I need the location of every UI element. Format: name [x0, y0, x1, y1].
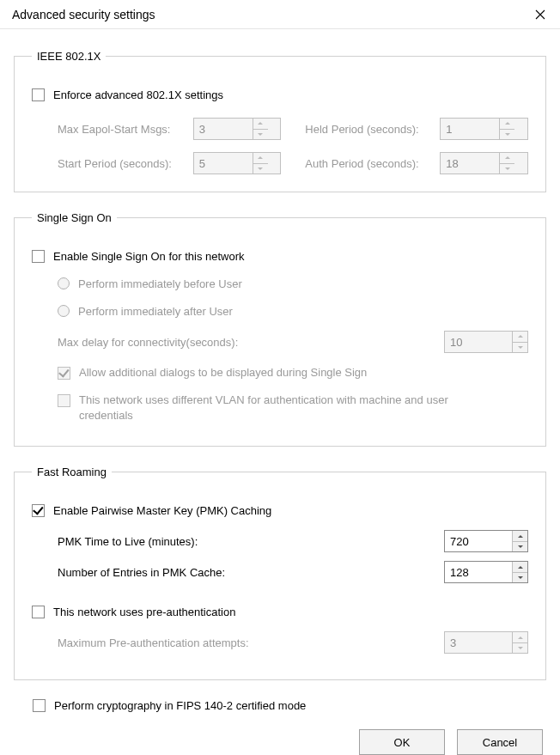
ieee8021x-legend: IEEE 802.1X [32, 50, 106, 63]
dialog-content: IEEE 802.1X Enforce advanced 802.1X sett… [0, 29, 560, 755]
preauth-checkbox[interactable] [32, 606, 45, 618]
sso-allow-dialogs-checkbox[interactable] [58, 367, 70, 380]
pmk-entries-row: Number of Entries in PMK Cache: 128 [58, 561, 528, 583]
enable-pmk-row: Enable Pairwise Master Key (PMK) Caching [32, 499, 528, 521]
spin-up-icon[interactable] [513, 632, 527, 643]
enable-sso-checkbox[interactable] [32, 250, 45, 263]
pmk-ttl-value: 720 [445, 531, 512, 551]
sso-vlan-label: This network uses different VLAN for aut… [79, 393, 491, 423]
max-preauth-value: 3 [445, 632, 512, 653]
pmk-entries-value: 128 [445, 562, 512, 582]
max-eapol-value: 3 [194, 119, 253, 139]
sso-vlan-row: This network uses different VLAN for aut… [32, 393, 528, 423]
fips-label: Perform cryptography in FIPS 140-2 certi… [54, 699, 306, 712]
sso-vlan-checkbox[interactable] [58, 394, 70, 407]
close-button[interactable] [520, 0, 560, 29]
spin-up-icon[interactable] [513, 531, 527, 542]
pmk-entries-spinner[interactable]: 128 [444, 561, 528, 583]
enable-sso-label: Enable Single Sign On for this network [53, 250, 245, 263]
spin-down-icon[interactable] [253, 164, 268, 174]
sso-allow-dialogs-label: Allow additional dialogs to be displayed… [79, 365, 367, 381]
max-preauth-spinner[interactable]: 3 [444, 631, 528, 654]
enable-sso-row: Enable Single Sign On for this network [32, 245, 528, 267]
pmk-entries-label: Number of Entries in PMK Cache: [58, 566, 444, 579]
spin-up-icon[interactable] [500, 119, 514, 130]
ok-button[interactable]: OK [359, 729, 445, 755]
spin-down-icon[interactable] [513, 343, 527, 353]
spin-down-icon[interactable] [500, 130, 514, 140]
close-icon [535, 9, 545, 20]
cancel-button[interactable]: Cancel [457, 729, 543, 755]
spin-down-icon[interactable] [513, 643, 527, 654]
sso-legend: Single Sign On [32, 211, 117, 224]
auth-period-value: 18 [441, 153, 499, 174]
sso-before-row: Perform immediately before User [32, 272, 528, 295]
preauth-label: This network uses pre-authentication [53, 606, 235, 618]
sso-delay-row: Max delay for connectivity(seconds): 10 [32, 331, 528, 353]
enforce-8021x-label: Enforce advanced 802.1X settings [53, 88, 223, 101]
fast-roaming-legend: Fast Roaming [32, 466, 112, 478]
auth-period-label: Auth Period (seconds): [305, 157, 440, 170]
max-eapol-label: Max Eapol-Start Msgs: [58, 123, 193, 136]
start-period-spinner[interactable]: 5 [193, 152, 282, 174]
spin-up-icon[interactable] [253, 153, 268, 164]
held-period-value: 1 [441, 119, 499, 139]
dialog-buttons: OK Cancel [14, 729, 546, 755]
spin-down-icon[interactable] [253, 130, 268, 140]
sso-allow-dialogs-row: Allow additional dialogs to be displayed… [32, 365, 528, 387]
enable-pmk-checkbox[interactable] [32, 504, 45, 517]
sso-before-radio[interactable] [58, 277, 70, 289]
spin-up-icon[interactable] [513, 562, 527, 573]
pmk-ttl-label: PMK Time to Live (minutes): [58, 535, 444, 548]
enable-pmk-label: Enable Pairwise Master Key (PMK) Caching [53, 504, 271, 517]
window-title: Advanced security settings [12, 8, 520, 21]
spin-up-icon[interactable] [513, 332, 527, 343]
spin-up-icon[interactable] [253, 119, 268, 130]
fast-roaming-group: Fast Roaming Enable Pairwise Master Key … [14, 466, 546, 680]
ieee8021x-group: IEEE 802.1X Enforce advanced 802.1X sett… [14, 50, 546, 192]
titlebar: Advanced security settings [0, 0, 560, 29]
enforce-8021x-checkbox[interactable] [32, 88, 45, 101]
spin-down-icon[interactable] [500, 164, 514, 174]
pmk-ttl-spinner[interactable]: 720 [444, 530, 528, 552]
sso-after-row: Perform immediately after User [32, 300, 528, 322]
spin-up-icon[interactable] [500, 153, 514, 164]
sso-group: Single Sign On Enable Single Sign On for… [14, 211, 546, 447]
held-period-label: Held Period (seconds): [305, 123, 440, 136]
sso-delay-label: Max delay for connectivity(seconds): [58, 336, 444, 349]
max-eapol-spinner[interactable]: 3 [193, 118, 282, 140]
start-period-value: 5 [194, 153, 253, 174]
start-period-label: Start Period (seconds): [58, 157, 193, 170]
preauth-row: This network uses pre-authentication [32, 600, 528, 623]
max-preauth-row: Maximum Pre-authentication attempts: 3 [58, 631, 528, 654]
sso-before-label: Perform immediately before User [78, 277, 242, 290]
sso-delay-value: 10 [445, 332, 512, 352]
sso-after-radio[interactable] [58, 305, 70, 317]
fips-row: Perform cryptography in FIPS 140-2 certi… [33, 699, 546, 712]
spin-down-icon[interactable] [513, 573, 527, 583]
sso-delay-spinner[interactable]: 10 [444, 331, 528, 353]
sso-after-label: Perform immediately after User [78, 305, 233, 318]
held-period-spinner[interactable]: 1 [440, 118, 528, 140]
enforce-row: Enforce advanced 802.1X settings [32, 83, 528, 106]
fips-checkbox[interactable] [33, 699, 46, 712]
spin-down-icon[interactable] [513, 542, 527, 552]
auth-period-spinner[interactable]: 18 [440, 152, 528, 174]
pmk-ttl-row: PMK Time to Live (minutes): 720 [58, 530, 528, 552]
max-preauth-label: Maximum Pre-authentication attempts: [58, 636, 444, 649]
